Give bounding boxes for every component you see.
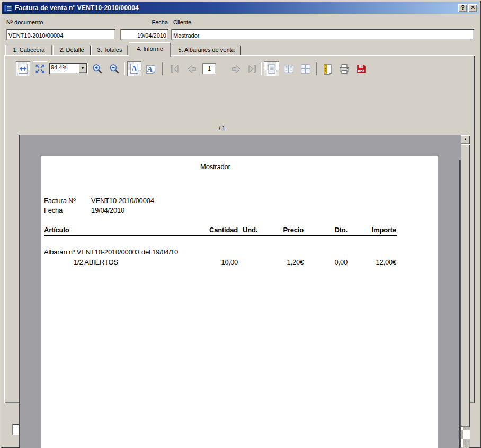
svg-text:A: A (147, 65, 153, 73)
zoom-in-icon (92, 63, 103, 75)
toolbar-separator (316, 62, 317, 75)
row-cantidad: 10,00 (190, 258, 238, 266)
portrait-icon: A (129, 63, 140, 74)
col-header-importe: Importe (343, 226, 396, 234)
toolbar-separator (162, 62, 163, 75)
single-page-view-button[interactable] (264, 61, 279, 76)
prev-page-icon (186, 63, 198, 75)
fit-page-icon (34, 63, 46, 74)
help-button[interactable]: ? (458, 4, 467, 12)
window-icon (4, 4, 12, 12)
col-header-articulo: Artículo (44, 226, 69, 234)
report-factura-value: VENT10-2010/00004 (91, 197, 154, 205)
tab-cabecera[interactable]: 1. Cabecera (5, 45, 52, 56)
first-page-icon (169, 63, 181, 75)
tab-detalle[interactable]: 2. Detalle (53, 45, 91, 56)
page-setup-button[interactable] (320, 61, 334, 76)
report-page: Mostrador Factura Nº VENT10-2010/00004 F… (41, 156, 438, 448)
scroll-up-button[interactable]: ▲ (461, 135, 470, 144)
toolbar-separator (261, 62, 262, 75)
last-page-button[interactable] (245, 61, 259, 76)
last-page-icon (246, 63, 258, 75)
titlebar[interactable]: Factura de venta nº VENT10-2010/00004 ? … (2, 2, 479, 14)
zoom-out-icon (109, 63, 120, 75)
informe-tab-panel: ▼ A A (4, 55, 475, 403)
zoom-combobox[interactable]: ▼ (49, 63, 88, 74)
zoom-dropdown-button[interactable]: ▼ (78, 64, 87, 73)
cliente-label: Cliente (173, 19, 191, 25)
invoice-dialog: Factura de venta nº VENT10-2010/00004 ? … (0, 0, 481, 448)
table-header-rule (44, 235, 397, 236)
page-total-label: / 1 (219, 125, 225, 131)
report-preview[interactable]: Mostrador Factura Nº VENT10-2010/00004 F… (19, 135, 470, 448)
report-group-row: Albarán nº VENT10-2010/00003 del 19/04/1… (44, 248, 178, 256)
next-page-button[interactable] (229, 61, 243, 76)
report-fecha-value: 19/04/2010 (91, 206, 124, 214)
export-pdf-button[interactable]: PDF (354, 61, 368, 76)
next-page-icon (230, 63, 242, 75)
col-header-cantidad: Cantidad (190, 226, 238, 234)
report-fecha-label: Fecha (44, 206, 63, 214)
zoom-out-button[interactable] (107, 61, 121, 76)
fecha-label: Fecha (120, 19, 168, 25)
row-importe: 12,00€ (343, 258, 396, 266)
print-button[interactable] (337, 61, 351, 76)
four-page-view-icon (300, 63, 311, 75)
two-page-view-button[interactable] (281, 61, 296, 76)
col-header-dto: Dto. (300, 226, 348, 234)
tab-informe[interactable]: 4. Informe (129, 42, 171, 57)
scrollbar-track[interactable] (461, 427, 470, 447)
landscape-icon: A (145, 63, 156, 74)
fit-width-icon (17, 63, 29, 74)
single-page-view-icon (266, 63, 278, 75)
fit-page-button[interactable] (33, 61, 47, 76)
page-setup-icon (322, 63, 333, 75)
scrollbar-thumb[interactable] (461, 144, 470, 427)
row-precio: 1,20€ (256, 258, 304, 266)
fit-width-button[interactable] (16, 61, 30, 76)
landscape-button[interactable]: A (144, 61, 158, 76)
doc-number-field[interactable] (6, 29, 115, 40)
row-dto: 0,00 (300, 258, 348, 266)
two-page-view-icon (283, 63, 295, 75)
svg-text:PDF: PDF (358, 68, 364, 72)
svg-text:A: A (132, 65, 137, 73)
tab-albaranes[interactable]: 5. Albaranes de venta (172, 45, 241, 56)
prev-page-button[interactable] (184, 61, 199, 76)
first-page-button[interactable] (167, 61, 182, 76)
window-title: Factura de venta nº VENT10-2010/00004 (15, 4, 139, 12)
doc-number-label: Nº documento (6, 19, 43, 25)
cliente-field[interactable] (171, 29, 474, 40)
report-client-name: Mostrador (200, 163, 230, 171)
row-articulo: 1/2 ABIERTOS (74, 258, 118, 266)
page-number-box[interactable] (202, 63, 216, 74)
toolbar-separator (124, 62, 125, 75)
pdf-icon: PDF (355, 63, 367, 75)
print-icon (339, 63, 350, 75)
zoom-level-input[interactable] (51, 64, 76, 71)
tab-totales[interactable]: 3. Totales (91, 45, 128, 56)
four-page-view-button[interactable] (298, 61, 313, 76)
vertical-scrollbar[interactable]: ▲ ▼ (461, 135, 470, 448)
col-header-precio: Precio (256, 226, 304, 234)
col-header-und: Und. (243, 226, 257, 234)
fecha-field[interactable] (120, 29, 168, 40)
report-factura-label: Factura Nº (44, 197, 76, 205)
portrait-button[interactable]: A (127, 61, 141, 76)
zoom-in-button[interactable] (90, 61, 104, 76)
page-number-input[interactable] (204, 65, 215, 72)
close-button[interactable]: ✕ (468, 4, 477, 12)
